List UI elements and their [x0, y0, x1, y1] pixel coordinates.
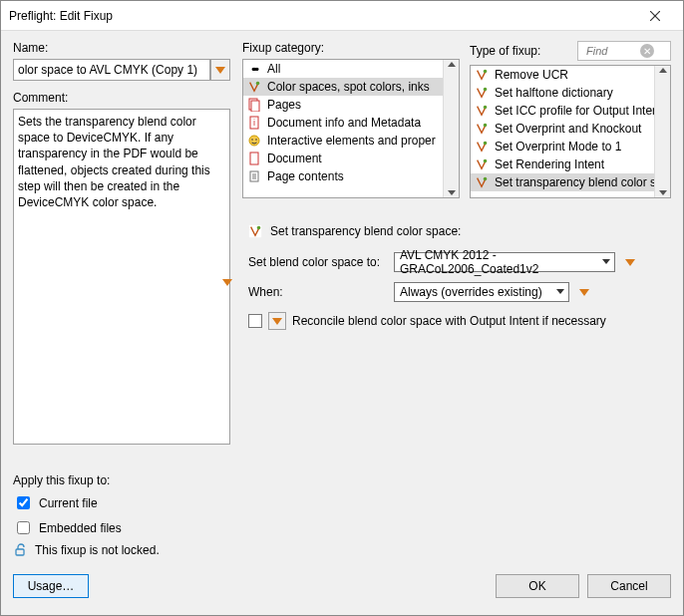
when-label: When: [248, 285, 386, 299]
category-item[interactable]: Pages [243, 96, 459, 114]
close-button[interactable] [635, 2, 675, 30]
type-of-fixup-label: Type of fixup: [470, 44, 571, 58]
comment-menu-button[interactable] [222, 286, 232, 300]
name-menu-button[interactable] [210, 59, 230, 81]
svg-point-20 [484, 142, 488, 146]
right-column: Fixup category: •••AllColor spaces, spot… [242, 41, 671, 557]
type-item-label: Remove UCR [495, 68, 568, 82]
chevron-down-icon [556, 289, 564, 294]
category-item-icon: ••• [247, 62, 261, 76]
type-item-label: Set halftone dictionary [495, 86, 613, 100]
scroll-up-icon [659, 68, 667, 73]
fixup-icon [475, 140, 489, 154]
scroll-up-icon [448, 62, 456, 67]
category-item-icon [247, 169, 261, 183]
svg-point-10 [255, 139, 257, 141]
category-item-label: Document [267, 152, 322, 165]
category-item[interactable]: Interactive elements and proper [243, 132, 459, 150]
unlock-icon [13, 543, 27, 557]
reconcile-menu-button[interactable] [268, 312, 286, 330]
svg-text:i: i [253, 118, 255, 128]
category-item-icon [247, 134, 261, 148]
detail-title: Set transparency blend color space: [270, 224, 461, 238]
embedded-files-label: Embedded files [39, 521, 122, 535]
titlebar: Preflight: Edit Fixup [1, 1, 683, 31]
detail-panel: Set transparency blend color space: Set … [242, 224, 671, 330]
chevron-down-icon [272, 318, 282, 325]
fixup-icon [475, 175, 489, 189]
type-item-label: Set ICC profile for Output Inter [495, 104, 656, 118]
comment-textarea[interactable]: Sets the transparency blend color space … [13, 109, 230, 445]
chevron-down-icon [222, 279, 232, 300]
category-item-icon [247, 152, 261, 165]
chevron-down-icon [215, 67, 225, 74]
find-box[interactable]: ✕ [577, 41, 671, 61]
find-input[interactable] [584, 44, 640, 58]
fixup-icon [475, 86, 489, 100]
fixup-icon [475, 68, 489, 82]
scrollbar[interactable] [443, 60, 459, 197]
current-file-checkbox[interactable] [17, 496, 30, 509]
category-item[interactable]: iDocument info and Metadata [243, 114, 459, 132]
cancel-button[interactable]: Cancel [587, 574, 671, 598]
fixup-category-panel: Fixup category: •••AllColor spaces, spot… [242, 41, 460, 198]
fixup-icon [475, 104, 489, 118]
apply-label: Apply this fixup to: [13, 473, 230, 487]
embedded-files-checkbox[interactable] [17, 521, 30, 534]
type-item[interactable]: Set ICC profile for Output Inter [471, 102, 670, 120]
scroll-down-icon [659, 190, 667, 195]
category-item[interactable]: Color spaces, spot colors, inks [243, 78, 459, 96]
type-item-label: Set transparency blend color sp [495, 175, 663, 189]
current-file-label: Current file [39, 496, 98, 510]
fixup-category-listbox[interactable]: •••AllColor spaces, spot colors, inksPag… [242, 59, 460, 198]
svg-point-17 [484, 88, 488, 92]
type-of-fixup-listbox[interactable]: Remove UCRSet halftone dictionarySet ICC… [470, 65, 671, 198]
when-select[interactable]: Always (overrides existing) [394, 282, 569, 302]
ok-button[interactable]: OK [496, 574, 579, 598]
svg-point-24 [257, 226, 261, 230]
fixup-category-label: Fixup category: [242, 41, 460, 55]
type-item[interactable]: Set Rendering Intent [471, 155, 670, 173]
category-item-icon: i [247, 116, 261, 130]
type-of-fixup-panel: Type of fixup: ✕ Remove UCRSet halftone … [470, 41, 671, 198]
name-input[interactable] [13, 59, 210, 81]
category-item-icon [247, 98, 261, 112]
category-item-label: Interactive elements and proper [267, 134, 436, 148]
usage-button[interactable]: Usage… [13, 574, 89, 598]
type-item[interactable]: Set halftone dictionary [471, 84, 670, 102]
type-item[interactable]: Set transparency blend color sp [471, 173, 670, 191]
blend-space-value: AVL CMYK 2012 - GRACoL2006_Coated1v2 [400, 248, 598, 276]
type-item[interactable]: Set Overprint Mode to 1 [471, 138, 670, 155]
type-item[interactable]: Set Overprint and Knockout [471, 120, 670, 138]
name-label: Name: [13, 41, 230, 55]
scrollbar[interactable] [654, 66, 670, 197]
category-item[interactable]: Page contents [243, 167, 459, 185]
svg-point-19 [484, 124, 488, 128]
blend-space-label: Set blend color space to: [248, 255, 386, 269]
category-item-label: Color spaces, spot colors, inks [267, 80, 430, 94]
svg-rect-11 [250, 153, 258, 164]
type-item-label: Set Overprint Mode to 1 [495, 140, 621, 154]
blend-space-select[interactable]: AVL CMYK 2012 - GRACoL2006_Coated1v2 [394, 252, 615, 272]
comment-label: Comment: [13, 91, 230, 105]
type-item[interactable]: Remove UCR [471, 66, 670, 84]
field-menu-icon[interactable] [579, 289, 589, 296]
type-item-label: Set Rendering Intent [495, 157, 604, 171]
svg-rect-5 [251, 101, 259, 112]
embedded-files-checkbox-row[interactable]: Embedded files [13, 518, 230, 537]
scroll-down-icon [448, 190, 456, 195]
svg-point-9 [251, 139, 253, 141]
reconcile-label: Reconcile blend color space with Output … [292, 314, 606, 328]
category-item[interactable]: Document [243, 150, 459, 167]
svg-rect-2 [16, 549, 24, 555]
category-item-icon [247, 80, 261, 94]
clear-find-icon[interactable]: ✕ [640, 44, 654, 58]
current-file-checkbox-row[interactable]: Current file [13, 493, 230, 512]
separator [242, 208, 671, 210]
fixup-icon [475, 122, 489, 136]
category-item[interactable]: •••All [243, 60, 459, 78]
reconcile-checkbox[interactable] [248, 314, 262, 328]
field-menu-icon[interactable] [625, 259, 635, 266]
preflight-edit-fixup-window: Preflight: Edit Fixup Name: Comment: Set… [0, 0, 684, 616]
chevron-down-icon [602, 259, 610, 264]
